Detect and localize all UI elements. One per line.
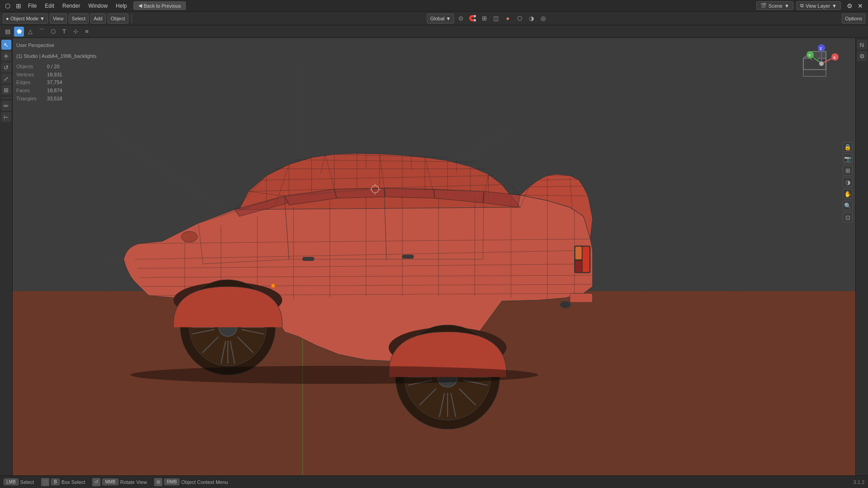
app-icon[interactable]: ⬡ <box>3 1 13 10</box>
toolbar-toggle-icon[interactable]: ▤ <box>3 27 13 37</box>
viewport-fit-icon[interactable]: ⊡ <box>843 212 853 222</box>
svg-rect-23 <box>402 255 414 258</box>
filter-icon[interactable]: ≡ <box>82 27 92 37</box>
view-layer-label: View Layer <box>806 3 830 9</box>
object-type-text-icon[interactable]: T <box>59 27 69 37</box>
scene-icon: 🎬 <box>760 3 767 9</box>
status-context: ⊞ RMB Object Context Menu <box>154 478 228 486</box>
svg-rect-66 <box>576 247 582 259</box>
view-layer-button[interactable]: ⧉ View Layer ▼ <box>796 1 841 10</box>
object-type-all-icon[interactable]: ⬟ <box>14 27 24 37</box>
status-rotate: ↺ MMB Rotate View <box>92 478 146 486</box>
cursor-tool[interactable]: ↖ <box>1 40 11 50</box>
view-menu-button[interactable]: View <box>50 14 67 23</box>
right-panel-btn-1[interactable]: N <box>857 40 867 50</box>
proportional-edit-icon[interactable]: ◎ <box>538 14 548 23</box>
global-label: Global <box>430 16 444 21</box>
rotate-key: MMB <box>102 479 118 485</box>
view-layer-dropdown-icon: ▼ <box>832 3 837 9</box>
close-icon[interactable]: ✕ <box>855 1 865 10</box>
version-info: 3.1.2 <box>854 479 864 485</box>
transform-pivot-icon[interactable]: ⊙ <box>456 14 466 23</box>
menu-render[interactable]: Render <box>59 1 84 10</box>
svg-rect-68 <box>583 247 590 272</box>
options-button[interactable]: Options <box>842 14 865 23</box>
viewport-shading-solid[interactable]: ● <box>503 14 513 23</box>
nav-axes-gizmo[interactable]: X Y Z <box>801 43 842 85</box>
box-select-key: B <box>51 479 60 485</box>
scene-dropdown-icon: ▼ <box>784 3 789 9</box>
viewport-camera-icon[interactable]: 📷 <box>843 154 853 164</box>
right-panel-btn-2[interactable]: ⚙ <box>857 51 867 61</box>
mode-dropdown-icon: ▼ <box>40 16 45 21</box>
box-select-icon: ⬚ <box>41 478 49 486</box>
status-bar: LMB Select ⬚ B Box Select ↺ MMB Rotate V… <box>0 475 868 488</box>
viewport-lock-icon[interactable]: 🔒 <box>843 142 853 152</box>
svg-text:Y: Y <box>808 53 811 57</box>
select-label: Select <box>20 479 34 485</box>
view-layer-icon: ⧉ <box>800 3 804 9</box>
left-sidebar: ↖ ✛ ↺ ⤢ ⊞ ✏ ⊢ <box>0 38 13 475</box>
viewport-canvas: User Perspective (1) Studio | AudiA4_199… <box>13 38 855 475</box>
select-menu-button[interactable]: Select <box>69 14 89 23</box>
car-scene-svg <box>13 38 855 475</box>
transform-tool[interactable]: ⊞ <box>1 85 11 95</box>
scene-value: Scene <box>769 3 783 9</box>
rotate-tool[interactable]: ↺ <box>1 62 11 72</box>
viewport-grid-icon[interactable]: ⊞ <box>843 165 853 175</box>
measure-tool[interactable]: ⊢ <box>1 112 11 122</box>
move-tool[interactable]: ✛ <box>1 51 11 61</box>
svg-point-77 <box>271 284 275 287</box>
back-to-previous-button[interactable]: ◀ Back to Previous <box>133 1 186 10</box>
context-key: RMB <box>164 479 179 485</box>
back-arrow-icon: ◀ <box>138 3 142 9</box>
viewport-shading-icon[interactable]: ◑ <box>843 177 853 187</box>
header-toolbar: ● Object Mode ▼ View Select Add Object G… <box>0 12 868 25</box>
object-menu-button[interactable]: Object <box>108 14 128 23</box>
viewport-hand-icon[interactable]: ✋ <box>843 189 853 199</box>
box-select-label: Box Select <box>61 479 85 485</box>
menu-edit[interactable]: Edit <box>41 1 58 10</box>
menu-window[interactable]: Window <box>85 1 111 10</box>
svg-text:Z: Z <box>820 47 822 51</box>
object-mode-icon: ● <box>6 16 9 21</box>
svg-point-24 <box>181 231 198 242</box>
right-panel-icons: 🔒 📷 ⊞ ◑ ✋ 🔍 ⊡ <box>843 83 853 222</box>
object-type-mesh-icon[interactable]: △ <box>25 27 35 37</box>
settings-icon[interactable]: ⚙ <box>844 1 854 10</box>
global-transform-button[interactable]: Global ▼ <box>427 14 454 23</box>
annotate-tool[interactable]: ✏ <box>1 101 11 111</box>
object-mode-button[interactable]: ● Object Mode ▼ <box>3 14 48 23</box>
xray-icon[interactable]: ◫ <box>491 14 501 23</box>
svg-rect-69 <box>570 293 593 302</box>
svg-point-71 <box>131 366 538 384</box>
overlay-icon[interactable]: ⊞ <box>479 14 489 23</box>
snap-icon[interactable]: 🧲 <box>467 14 477 23</box>
svg-rect-67 <box>576 261 582 272</box>
viewport-zoom-icon[interactable]: 🔍 <box>843 201 853 211</box>
object-type-surface-icon[interactable]: ⬡ <box>48 27 58 37</box>
menu-help[interactable]: Help <box>112 1 131 10</box>
status-box-select: ⬚ B Box Select <box>41 478 85 486</box>
rotate-icon: ↺ <box>92 478 100 486</box>
right-sidebar: N ⚙ <box>855 38 868 475</box>
context-label: Object Context Menu <box>181 479 228 485</box>
global-dropdown-icon: ▼ <box>446 16 451 21</box>
viewport-shading-wire[interactable]: ⬡ <box>514 14 524 23</box>
svg-point-94 <box>819 61 824 66</box>
viewport[interactable]: User Perspective (1) Studio | AudiA4_199… <box>13 38 855 475</box>
back-to-previous-label: Back to Previous <box>144 3 181 9</box>
add-menu-button[interactable]: Add <box>90 14 106 23</box>
object-type-armature-icon[interactable]: ⊹ <box>71 27 80 37</box>
svg-point-70 <box>560 301 571 308</box>
object-type-curve-icon[interactable]: ⌒ <box>37 27 47 37</box>
menu-file[interactable]: File <box>24 1 40 10</box>
viewport-shading-render[interactable]: ◑ <box>526 14 536 23</box>
toolbar-separator-1 <box>132 14 132 23</box>
svg-rect-22 <box>302 257 314 261</box>
workspace-icon[interactable]: ⊞ <box>14 1 24 10</box>
scene-selector[interactable]: 🎬 Scene ▼ <box>756 1 793 10</box>
select-key: LMB <box>4 479 19 485</box>
scale-tool[interactable]: ⤢ <box>1 74 11 84</box>
svg-text:X: X <box>833 56 836 60</box>
